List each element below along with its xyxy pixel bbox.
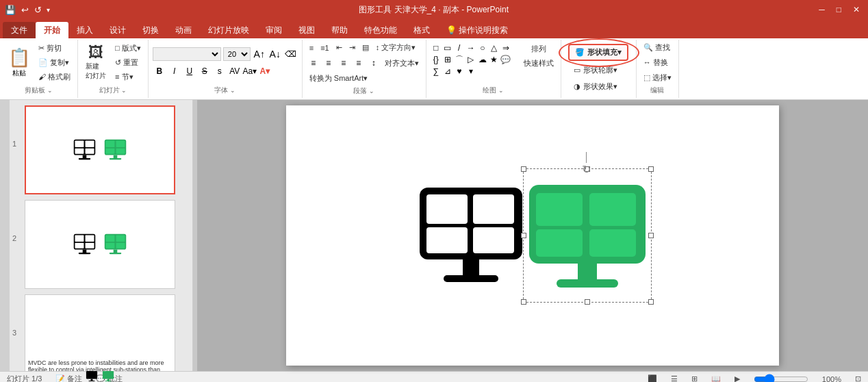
shape-curly-btn[interactable]: {} [431, 54, 442, 65]
shape-round-rect-btn[interactable]: ▭ [442, 42, 453, 53]
notes-btn[interactable]: 📝 备注 [55, 374, 82, 382]
tab-transitions[interactable]: 切换 [134, 22, 167, 38]
redo-icon[interactable]: ↺ [32, 3, 44, 16]
font-color-btn[interactable]: A▾ [258, 64, 272, 78]
tab-view[interactable]: 视图 [290, 22, 323, 38]
text-direction-btn[interactable]: ↕ 文字方向▾ [373, 41, 419, 54]
undo-icon[interactable]: ↩ [19, 3, 31, 16]
normal-view-btn[interactable]: ⬛ [648, 374, 657, 382]
section-button[interactable]: ≡ 节▾ [112, 71, 144, 84]
tab-insert[interactable]: 插入 [68, 22, 101, 38]
layout-button[interactable]: □ 版式▾ [112, 42, 144, 55]
tab-design[interactable]: 设计 [101, 22, 134, 38]
shape-misc-btn[interactable]: ⊿ [442, 66, 453, 77]
columns-btn[interactable]: ▤ [359, 42, 372, 53]
tab-search[interactable]: 💡 操作说明搜索 [438, 22, 516, 38]
shape-freeform-btn[interactable]: ⌒ [454, 54, 465, 65]
font-case-btn[interactable]: Aa▾ [243, 64, 257, 78]
tab-home[interactable]: 开始 [36, 22, 68, 38]
slide-thumbnail-1[interactable] [25, 105, 175, 194]
rotate-handle[interactable]: ↻ [582, 152, 591, 176]
justify-btn[interactable]: ≡ [352, 56, 366, 70]
format-painter-button[interactable]: 🖌 格式刷 [36, 71, 73, 84]
indent-decrease-btn[interactable]: ⇤ [333, 42, 345, 53]
shape-callout-btn[interactable]: 💬 [500, 54, 511, 65]
slide-thumbnail-2[interactable] [25, 200, 175, 289]
shape-chevron-btn[interactable]: ▷ [465, 54, 476, 65]
shape-dropdown-btn[interactable]: ▾ [465, 66, 476, 77]
font-size-select[interactable]: 20 [223, 47, 251, 61]
tab-special[interactable]: 特色功能 [356, 22, 405, 38]
close-btn[interactable]: ✕ [847, 3, 865, 16]
shape-outline-button[interactable]: ▭ 形状轮廓▾ [568, 63, 628, 77]
new-slide-button[interactable]: 🖼 新建幻灯片 [82, 43, 110, 83]
italic-btn[interactable]: I [168, 64, 181, 78]
find-button[interactable]: 🔍 查找 [641, 41, 674, 54]
shadow-btn[interactable]: s [213, 64, 227, 78]
slide-panel-scrollbar[interactable] [0, 100, 10, 371]
char-spacing-btn[interactable]: AV [228, 64, 242, 78]
reading-view-btn[interactable]: 📖 [711, 374, 721, 382]
shape-oval-btn[interactable]: ○ [477, 42, 488, 53]
line-spacing-btn[interactable]: ↕ [367, 56, 381, 70]
reset-button[interactable]: ↺ 重置 [112, 56, 144, 69]
shape-fill-button[interactable]: 🪣 形状填充▾ [568, 44, 628, 61]
slide-canvas[interactable]: ↻ [286, 105, 779, 366]
slide-sorter-btn[interactable]: ⊞ [691, 374, 698, 382]
slideshow-btn[interactable]: ▶ [735, 374, 740, 382]
align-left-btn[interactable]: ≡ [307, 56, 320, 70]
bold-btn[interactable]: B [153, 64, 166, 78]
replace-button[interactable]: ↔ 替换 [641, 56, 674, 69]
shape-more-btn[interactable]: ⊞ [442, 54, 453, 65]
tab-help[interactable]: 帮助 [323, 22, 356, 38]
shape-rect-btn[interactable]: □ [431, 42, 442, 53]
shape-arrow2-btn[interactable]: ⇒ [500, 42, 511, 53]
handle-br[interactable] [648, 299, 654, 305]
decrease-font-btn[interactable]: A↓ [268, 47, 282, 61]
shape-line-btn[interactable]: / [454, 42, 465, 53]
increase-font-btn[interactable]: A↑ [253, 47, 266, 61]
slide-item-2[interactable]: 2 [12, 200, 190, 289]
underline-btn[interactable]: U [183, 64, 196, 78]
black-solar-panel-icon[interactable] [416, 174, 526, 297]
tab-review[interactable]: 审阅 [257, 22, 290, 38]
outline-view-btn[interactable]: ☰ [671, 374, 678, 382]
align-text-btn[interactable]: 对齐文本▾ [382, 57, 422, 70]
shape-heart-btn[interactable]: ♥ [454, 66, 465, 77]
indent-increase-btn[interactable]: ⇥ [346, 42, 358, 53]
minimize-btn[interactable]: ─ [813, 3, 830, 16]
tab-animations[interactable]: 动画 [167, 22, 200, 38]
select-button[interactable]: ⬚ 选择▾ [641, 71, 674, 84]
shape-eq-btn[interactable]: ∑ [431, 66, 442, 77]
handle-bm[interactable] [585, 299, 590, 305]
font-name-select[interactable] [153, 47, 221, 61]
quick-styles-button[interactable]: 快速样式 [521, 57, 557, 70]
numbering-btn[interactable]: ≡1 [318, 42, 332, 53]
paste-button[interactable]: 📋 粘贴 [4, 44, 34, 81]
save-icon[interactable]: 💾 [3, 3, 18, 16]
maximize-btn[interactable]: □ [831, 3, 847, 16]
slide-thumbnail-3[interactable]: MVDC are less prone to instabilities and… [25, 294, 175, 371]
tab-file[interactable]: 文件 [3, 22, 36, 38]
handle-bl[interactable] [521, 299, 526, 305]
clear-format-btn[interactable]: ⌫ [284, 47, 298, 61]
tab-slideshow[interactable]: 幻灯片放映 [200, 22, 257, 38]
more-qa-icon[interactable]: ▾ [45, 5, 51, 15]
arrange-button[interactable]: 排列 [521, 42, 557, 55]
bullets-btn[interactable]: ≡ [307, 42, 316, 53]
shape-cloud-btn[interactable]: ☁ [477, 54, 488, 65]
zoom-slider[interactable] [754, 374, 808, 383]
cut-button[interactable]: ✂ 剪切 [36, 42, 73, 55]
strikethrough-btn[interactable]: S [198, 64, 212, 78]
shape-star-btn[interactable]: ★ [489, 54, 500, 65]
align-right-btn[interactable]: ≡ [337, 56, 350, 70]
copy-button[interactable]: 📄 复制▾ [36, 56, 73, 69]
slide-item-1[interactable]: 1 [12, 105, 190, 194]
shape-arrow-btn[interactable]: → [465, 42, 476, 53]
shape-effects-button[interactable]: ◑ 形状效果▾ [568, 79, 628, 94]
align-center-btn[interactable]: ≡ [322, 56, 335, 70]
fit-slide-btn[interactable]: ⊡ [855, 374, 861, 382]
slide-item-3[interactable]: 3 MVDC are less prone to instabilities a… [12, 294, 190, 371]
smartart-btn[interactable]: 转换为 SmartArt▾ [307, 72, 370, 85]
shape-triangle-btn[interactable]: △ [489, 42, 500, 53]
